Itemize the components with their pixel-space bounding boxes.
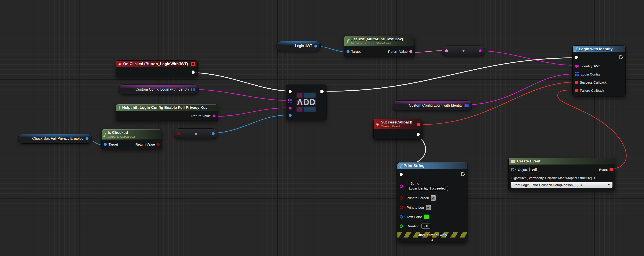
string-return-pin[interactable] — [212, 114, 216, 117]
node-on-clicked-button-loginwithjwt[interactable]: ◈ On Clicked (Button_LoginWithJWT) — [116, 60, 198, 77]
variable-node-check-box-full-privacy[interactable]: Check Box Full Privacy Enabled — [18, 134, 92, 144]
node-header[interactable]: Create Event — [509, 158, 615, 165]
event-diamond-icon: ◈ — [376, 122, 379, 126]
node-helpshift-login-config-key[interactable]: ƒ Helpshift Login Config Enable Full Pri… — [116, 104, 218, 121]
node-map-add[interactable]: ADD — [286, 85, 326, 120]
exec-input-pin[interactable] — [575, 56, 578, 59]
text-color-input-pin[interactable] — [400, 215, 403, 219]
delegate-output-pin[interactable] — [417, 123, 420, 126]
object-output-pin[interactable] — [314, 45, 317, 48]
variable-label: Check Box Full Privacy Enabled — [32, 137, 84, 141]
in-string-input-pin[interactable] — [400, 185, 403, 188]
text-color-swatch[interactable] — [424, 214, 429, 219]
object-output-pin[interactable] — [86, 137, 88, 140]
knot-dot-icon — [195, 133, 197, 135]
node-header[interactable]: ◈ On Clicked (Button_LoginWithJWT) — [116, 61, 198, 67]
blueprint-graph-canvas[interactable]: Login JWT Custom Config Login with Ident… — [0, 0, 644, 256]
print-to-screen-input-pin[interactable] — [400, 196, 403, 200]
pin-label: Return Value — [388, 50, 408, 53]
print-to-log-checkbox[interactable]: ✔ — [426, 205, 431, 210]
node-header[interactable]: ƒ Helpshift Login Config Enable Full Pri… — [116, 104, 218, 111]
duration-value-field[interactable]: 2.0 — [421, 223, 430, 228]
node-header[interactable]: ◈ SuccessCallback Custom Event — [374, 119, 423, 129]
text-return-pin[interactable] — [409, 50, 412, 53]
pin-wedge-icon — [515, 169, 516, 170]
value-input-pin[interactable] — [289, 114, 292, 117]
success-callback-input-pin[interactable] — [575, 81, 578, 84]
node-success-callback[interactable]: ◈ SuccessCallback Custom Event — [373, 119, 423, 139]
bool-input-pin[interactable] — [177, 132, 180, 135]
wire-onclicked-to-add-exec — [194, 73, 290, 91]
target-input-pin[interactable] — [104, 143, 107, 146]
function-icon: ƒ — [346, 39, 348, 43]
node-print-string[interactable]: ƒ Print String In String Login Identity … — [397, 162, 468, 242]
exec-output-pin[interactable] — [620, 56, 623, 59]
wire-customconfig-to-add-map — [189, 89, 290, 101]
function-icon: ƒ — [575, 47, 577, 51]
pin-label: Text Color — [407, 215, 422, 219]
variable-node-login-jwt[interactable]: Login JWT — [276, 41, 321, 51]
knot-dot-icon — [462, 50, 464, 52]
print-to-log-input-pin[interactable] — [400, 206, 403, 209]
duration-input-pin[interactable] — [400, 224, 403, 228]
development-only-label: Development Only — [418, 233, 447, 237]
development-only-banner: Development Only — [398, 232, 467, 237]
object-output-pin[interactable] — [212, 132, 214, 135]
signature-dropdown[interactable]: Print Login Error Callback Data(Reason, … — [511, 182, 613, 188]
wire-customconfig2-to-loginconfig — [459, 74, 576, 105]
exec-output-pin[interactable] — [192, 70, 195, 74]
conversion-node-text-to-string[interactable] — [442, 46, 485, 56]
object-input-pin[interactable] — [511, 168, 514, 171]
pin-label: Target — [351, 50, 361, 53]
exec-output-pin[interactable] — [417, 133, 420, 136]
event-delegate-output-pin[interactable] — [610, 168, 613, 171]
pin-wedge-icon — [404, 185, 405, 187]
exec-output-pin[interactable] — [320, 90, 324, 93]
exec-output-pin[interactable] — [462, 172, 465, 176]
wire-layer — [0, 0, 644, 256]
map-input-pin[interactable] — [288, 99, 292, 103]
node-login-with-identity[interactable]: ƒ Login with Identity Identity JWT Login… — [572, 46, 626, 96]
failure-callback-input-pin[interactable] — [575, 89, 578, 92]
create-event-icon — [511, 160, 515, 163]
function-icon: ƒ — [400, 164, 402, 168]
in-string-value-field[interactable]: Login Identity Succeeded — [407, 186, 448, 191]
conversion-node-bool-to-object[interactable] — [174, 128, 218, 139]
node-is-checked[interactable]: ƒ Is Checked Target is Check Box Target … — [101, 129, 162, 149]
wire-helpshift-to-add-key — [213, 108, 290, 117]
target-input-pin[interactable] — [346, 50, 350, 53]
map-output-pin[interactable] — [191, 88, 195, 91]
pin-label: Print to Screen — [407, 196, 429, 200]
login-config-map-input-pin[interactable] — [575, 72, 579, 76]
variable-node-custom-config-b[interactable]: Custom Config Login with Identity — [393, 101, 472, 110]
node-title: Print String — [404, 163, 425, 168]
node-gettext-multiline[interactable]: ƒ GetText (Multi-Line Text Box) Target i… — [344, 36, 415, 57]
string-output-pin[interactable] — [479, 49, 482, 52]
pin-label: Success Callback — [580, 80, 606, 84]
delegate-output-pin[interactable] — [191, 62, 195, 66]
pin-label: Identity JWT — [582, 64, 600, 68]
pin-label: Failure Callback — [580, 89, 604, 92]
wire-knot2-to-add-value — [208, 115, 290, 133]
identity-jwt-input-pin[interactable] — [575, 65, 578, 68]
map-output-pin[interactable] — [464, 104, 468, 107]
exec-input-pin[interactable] — [400, 172, 403, 176]
pin-wedge-icon — [404, 225, 405, 227]
variable-node-custom-config-a[interactable]: Custom Config Login with Identity — [119, 85, 198, 94]
node-create-event[interactable]: Create Event Object self Event Signature… — [508, 158, 615, 191]
node-header[interactable]: ƒ Is Checked Target is Check Box — [102, 129, 162, 140]
text-input-pin[interactable] — [445, 49, 448, 52]
collapse-arrow-icon[interactable]: ▲ — [398, 237, 467, 242]
variable-label: Login JWT — [295, 44, 312, 48]
node-subtitle: Target is Check Box — [108, 135, 135, 139]
exec-input-pin[interactable] — [288, 90, 292, 93]
node-header[interactable]: ƒ Login with Identity — [572, 46, 625, 53]
node-title: Login with Identity — [579, 47, 613, 51]
key-input-pin[interactable] — [289, 107, 292, 110]
print-to-screen-checkbox[interactable]: ✔ — [431, 195, 436, 200]
pin-wedge-icon — [404, 216, 405, 218]
object-value-field[interactable]: self — [530, 167, 539, 172]
node-header[interactable]: ƒ GetText (Multi-Line Text Box) Target i… — [344, 36, 414, 46]
bool-return-pin[interactable] — [157, 143, 160, 146]
node-header[interactable]: ƒ Print String — [398, 162, 467, 169]
